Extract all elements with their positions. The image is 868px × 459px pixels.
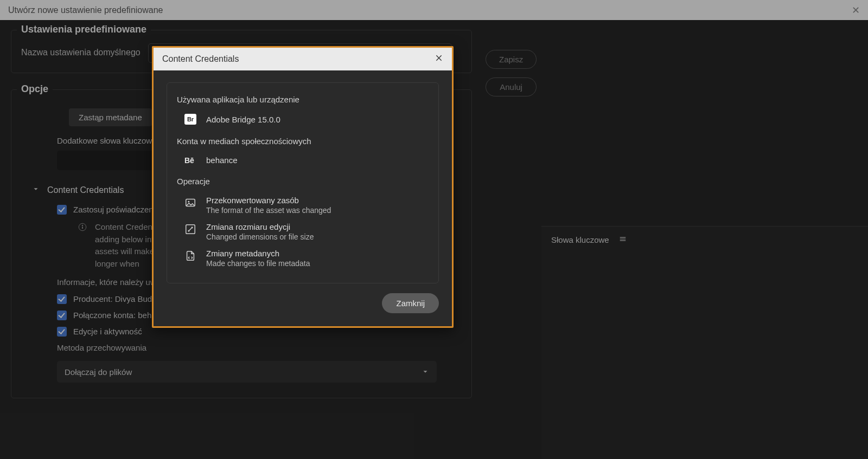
chevron-down-icon <box>422 368 429 376</box>
behance-icon: Bē <box>184 156 196 165</box>
storage-method-value: Dołączaj do plików <box>65 367 132 377</box>
app-line: Br Adobe Bridge 15.0.0 <box>184 114 429 125</box>
ops-heading: Operacje <box>177 177 429 186</box>
op-desc: Made changes to file metadata <box>206 259 310 268</box>
cc-dialog-header: Content Credentials <box>154 48 452 70</box>
cc-dialog-panel: Używana aplikacja lub urządzenie Br Adob… <box>167 82 439 283</box>
storage-method-label: Metoda przechowywania <box>57 343 456 352</box>
create-preset-title: Utwórz nowe ustawienie predefiniowane <box>8 5 163 15</box>
cancel-button[interactable]: Anuluj <box>486 77 537 96</box>
edits-row[interactable]: Edycje i aktywność <box>57 327 456 337</box>
accounts-label: Połączone konta: behar <box>73 311 159 320</box>
close-button[interactable]: Zamknij <box>382 293 439 313</box>
op-desc: Changed dimensions or file size <box>206 232 314 241</box>
menu-icon[interactable] <box>619 235 627 244</box>
preset-group-title: Ustawienia predefiniowane <box>17 24 151 35</box>
bridge-icon: Br <box>184 114 196 125</box>
replace-metadata-button[interactable]: Zastąp metadane <box>69 108 152 126</box>
keywords-panel: Słowa kluczowe <box>541 226 868 459</box>
options-group-title: Opcje <box>17 83 53 95</box>
resize-icon <box>184 223 196 235</box>
storage-method-select[interactable]: Dołączaj do plików <box>57 361 437 383</box>
op-item-converted: Przekonwertowany zasób The format of the… <box>184 196 429 215</box>
apply-credentials-label: Zastosuj poświadczenia <box>73 205 159 214</box>
checkbox-checked-icon[interactable] <box>57 327 67 337</box>
op-item-metadata: Zmiany metadanych Made changes to file m… <box>184 249 429 268</box>
app-name: Adobe Bridge 15.0.0 <box>206 115 280 124</box>
edits-label: Edycje i aktywność <box>73 327 142 336</box>
save-button[interactable]: Zapisz <box>486 50 537 69</box>
social-name: behance <box>206 156 238 165</box>
op-title: Zmiany metadanych <box>206 249 310 258</box>
checkbox-checked-icon[interactable] <box>57 205 67 215</box>
close-icon[interactable] <box>435 54 443 64</box>
preset-name-label: Nazwa ustawienia domyślnego <box>21 48 141 57</box>
info-icon <box>78 222 87 270</box>
svg-point-6 <box>188 201 189 203</box>
cc-dialog-title: Content Credentials <box>162 54 239 64</box>
chevron-down-icon <box>32 185 40 195</box>
action-buttons: Zapisz Anuluj <box>486 50 537 96</box>
image-icon <box>184 197 196 209</box>
close-icon[interactable]: ✕ <box>852 4 860 16</box>
cc-section-title: Content Credentials <box>47 185 124 195</box>
file-code-icon <box>184 250 196 262</box>
social-line: Bē behance <box>184 156 429 165</box>
op-title: Przekonwertowany zasób <box>206 196 331 205</box>
content-credentials-dialog: Content Credentials Używana aplikacja lu… <box>152 46 454 328</box>
op-title: Zmiana rozmiaru edycji <box>206 222 314 231</box>
app-heading: Używana aplikacja lub urządzenie <box>177 95 429 104</box>
svg-point-2 <box>82 225 83 226</box>
checkbox-checked-icon[interactable] <box>57 294 67 304</box>
create-preset-titlebar: Utwórz nowe ustawienie predefiniowane ✕ <box>0 0 868 20</box>
keywords-panel-title: Słowa kluczowe <box>551 235 609 244</box>
op-item-resize: Zmiana rozmiaru edycji Changed dimension… <box>184 222 429 241</box>
producer-label: Producent: Divya Budd <box>73 294 156 303</box>
checkbox-checked-icon[interactable] <box>57 311 67 320</box>
social-heading: Konta w mediach społecznościowych <box>177 137 429 146</box>
op-desc: The format of the asset was changed <box>206 206 331 215</box>
